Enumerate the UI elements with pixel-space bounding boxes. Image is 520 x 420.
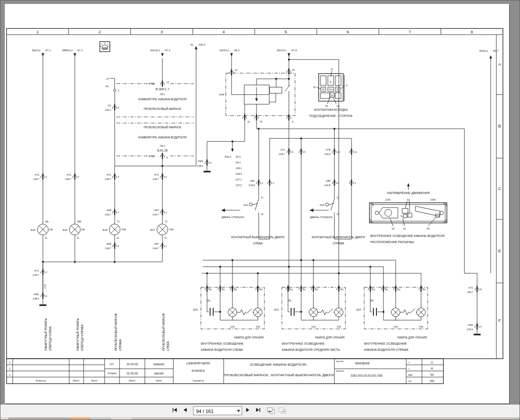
title-block: 3 2 1 Änderung Datum Name Gez. 20.09.06 … [7, 359, 443, 384]
column-header: Name [156, 379, 162, 382]
terminal-label: 58L [45, 220, 49, 223]
pin-label: 8 [480, 288, 481, 291]
sheet-ref: /52.5 [235, 155, 241, 158]
previous-view-icon [267, 407, 275, 415]
page-number-input[interactable] [193, 407, 236, 415]
pin-label: 2 [78, 176, 79, 178]
switch-label: -S12 [243, 204, 248, 206]
field-label: Ident-Nr. [336, 360, 344, 363]
watt-label: 10W [430, 198, 436, 201]
sheet-ref: /144.8 [324, 184, 331, 187]
watt-label: 21W [394, 326, 398, 328]
caption: ДВЕРЬ ОТКРЫТА [310, 215, 333, 219]
combo-dropdown-icon[interactable] [237, 410, 240, 412]
column-caption: ПРОБЛЕСКОВЫЙ МАЯЧОК [114, 313, 117, 351]
pin-label: X2 [261, 213, 264, 215]
caption: КАБИНА ВОДИТЕЛЯ СЛЕВА [201, 348, 243, 352]
column-header: Änderung [36, 379, 46, 382]
caption: ДВЕРЬ ОТКРЫТА [221, 215, 245, 219]
label: +F [106, 78, 109, 80]
terminal-label: 87 [330, 81, 332, 84]
revision-number: 2 [9, 367, 10, 370]
caption: СЛЕВА [253, 242, 263, 245]
label: -N1 [105, 85, 109, 88]
light-module: X3 X1 X2 X4 TK 21W 10W -E21 ЛАМПА ДЛЯ ЧТ… [274, 286, 345, 352]
caption: ЛАМПА ДЛЯ ЧТЕНИЯ [315, 336, 344, 339]
sheet-ref: /144.1 [105, 109, 112, 111]
column-caption: СПЕРЕДИ СПРАВА [81, 324, 84, 351]
next-page-button[interactable] [245, 407, 253, 416]
pin-label: A [346, 84, 348, 87]
module-label: -E20 [193, 308, 198, 311]
pin-label: X2 [337, 213, 339, 215]
column-header: Datum [129, 379, 135, 382]
wire-name: 15F37L1 [219, 49, 229, 52]
field-label: von [408, 380, 412, 382]
wires [43, 49, 491, 328]
sheet-ref: /144.7 [105, 247, 112, 250]
row-label: B [498, 124, 501, 128]
sheet-ref: /127.2 [235, 178, 242, 181]
watt-label: 5W [49, 228, 53, 231]
junction-dots [42, 59, 371, 274]
sheet-number: 94 [430, 373, 434, 376]
mid-connectors: -X71 /144.7 6 5 [279, 148, 306, 155]
company-name: EHINGEN [192, 369, 205, 372]
module-label: -E22 [356, 308, 361, 311]
row-label: C [498, 186, 501, 191]
switch-label: -S13 [319, 204, 324, 206]
sheet-count: 161 [429, 379, 434, 382]
page-number-combo[interactable] [193, 406, 242, 415]
watt-label: 21W [311, 326, 316, 328]
sheet-ref: /35.1 [160, 145, 165, 147]
watt-label: 10W [256, 326, 260, 328]
connector-label: -X82 [249, 180, 255, 182]
pin-label: X3 [209, 289, 212, 291]
field-value: U [431, 361, 433, 364]
pin-label: 4 [165, 176, 167, 178]
pin-label: X1 [303, 289, 306, 291]
wire-name: 58LF1L [32, 49, 41, 52]
watt-label: 5W [81, 228, 85, 231]
column-header: Datum [73, 379, 79, 382]
first-page-button[interactable] [172, 407, 180, 416]
pin-label: X2 [407, 198, 410, 201]
pin-label: 4 [480, 325, 481, 328]
connector-label: -X71 [34, 269, 39, 272]
previous-page-button[interactable] [182, 407, 191, 416]
boundary-lines [116, 73, 295, 156]
sheet-ref: /144.7 [105, 213, 112, 216]
contact-block: 31 15 A TK 30 87 86 87a 85 30 КОНТАКТНАЯ… [309, 68, 353, 118]
pdf-viewer-window: 1 2 3 4 5 6 7 8 A B C E F [0, 0, 520, 420]
connector-label: -X713 [148, 82, 155, 85]
sheet-ref: /93.4 [235, 161, 241, 164]
pin-label: 3 [118, 176, 119, 178]
pin-label: X4 [341, 289, 344, 291]
column-label: 2 [98, 29, 101, 34]
caption: ЛАМПА ДЛЯ ЧТЕНИЯ [234, 336, 264, 339]
date-value: 22.09.06 [126, 372, 138, 375]
name-value: lwerof0 [154, 372, 164, 375]
sheet-ref: /138.4 [197, 165, 204, 167]
first-page-icon [172, 407, 178, 413]
lamp-label: -E28 [102, 229, 107, 231]
pin-label: X2 [235, 289, 237, 291]
previous-view-button[interactable] [267, 407, 277, 416]
last-page-button[interactable] [255, 407, 264, 416]
relay-k49: -K49 15 30 31 TK A [218, 68, 295, 123]
pin-label: X3 [391, 227, 394, 230]
next-view-button[interactable] [278, 407, 288, 416]
sheet-ref: /138.4 [33, 297, 39, 300]
name-value: lwebea0 [154, 363, 165, 366]
sheet-ref: /144.7 [65, 178, 72, 180]
watt-label: 70W [169, 228, 174, 231]
pin-label: X1 [222, 289, 225, 291]
connector-label: -X71 [66, 173, 71, 176]
caption: КАБИНА ВОДИТЕЛЯ СПРАВА [364, 348, 408, 352]
wire-ref: /37.3 [165, 49, 170, 52]
pin-label: 2 [165, 245, 167, 247]
xm1-ground: -XM1 /138.4 6 XM1.6 /52.5 /93.4 /109.1 /… [197, 155, 242, 187]
field-label: + [408, 367, 410, 370]
sheet-ref: /109.1 [235, 167, 242, 169]
caption: КОНТАКТНЫЙ ВЫКЛЮЧАТЕЛЬ ДВЕРИ [231, 235, 285, 239]
